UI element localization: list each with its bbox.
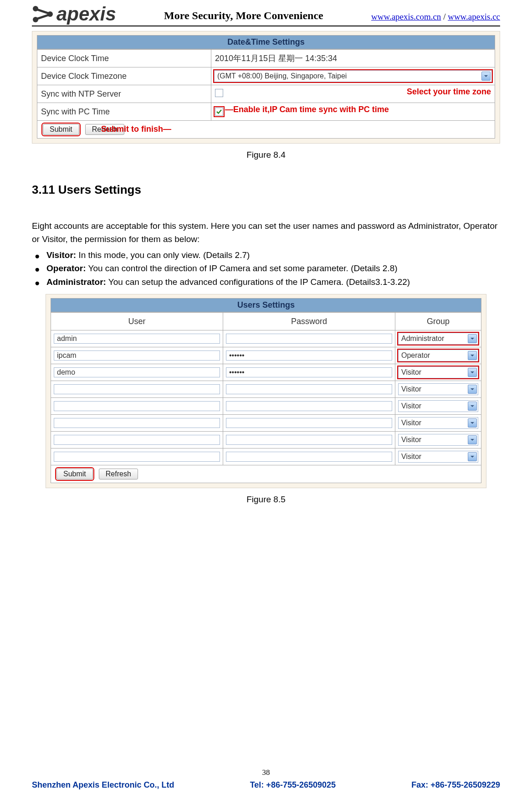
group-select[interactable]: Administrator	[398, 333, 478, 345]
footer-company: Shenzhen Apexis Electronic Co., Ltd	[32, 780, 174, 790]
share-icon	[32, 5, 54, 23]
footer-tel: Tel: +86-755-26509025	[250, 780, 336, 790]
user-row: Visitor	[51, 381, 481, 398]
brand-logo: apexis	[32, 5, 116, 24]
user-input[interactable]	[54, 418, 220, 428]
label-clock-time: Device Clock Time	[37, 50, 211, 67]
page-header: apexis More Security, More Convenience w…	[32, 0, 500, 26]
users-submit-button[interactable]: Submit	[56, 469, 93, 479]
password-input[interactable]	[226, 452, 392, 462]
chevron-down-icon	[468, 435, 477, 444]
users-settings-table: User Password Group adminAdministratorip…	[51, 312, 481, 483]
role-item-operator: Operator: You can control the direction …	[32, 262, 500, 275]
row-clock-time: Device Clock Time 2010年11月15日 星期一 14:35:…	[37, 50, 495, 67]
group-select[interactable]: Visitor	[398, 451, 478, 463]
user-row: Visitor	[51, 448, 481, 465]
users-settings-panel: Users Settings User Password Group admin…	[46, 294, 486, 488]
user-row: Visitor	[51, 432, 481, 448]
user-row: Visitor	[51, 398, 481, 415]
link-apexis-cn[interactable]: www.apexis.com.cn	[371, 12, 441, 21]
roles-list: Visitor: In this mode, you can only view…	[32, 248, 500, 289]
chevron-down-icon	[468, 418, 477, 428]
group-select[interactable]: Visitor	[398, 366, 478, 378]
chevron-down-icon	[468, 402, 477, 411]
group-value: Visitor	[401, 436, 421, 444]
password-input[interactable]	[226, 418, 392, 428]
users-refresh-button[interactable]: Refresh	[99, 469, 138, 479]
user-input[interactable]: demo	[54, 367, 220, 377]
user-input[interactable]	[54, 401, 220, 411]
password-input[interactable]: ••••••	[226, 351, 392, 361]
group-select[interactable]: Visitor	[398, 417, 478, 429]
col-user: User	[51, 313, 223, 330]
col-password: Password	[223, 313, 395, 330]
user-row: ipcam••••••Operator	[51, 347, 481, 364]
datetime-settings-table: Device Clock Time 2010年11月15日 星期一 14:35:…	[37, 49, 495, 139]
group-select[interactable]: Visitor	[398, 434, 478, 446]
password-input[interactable]	[226, 401, 392, 411]
users-panel-title: Users Settings	[51, 298, 481, 312]
chevron-down-icon	[468, 351, 477, 360]
ntp-checkbox[interactable]	[215, 89, 223, 97]
label-timezone: Device Clock Timezone	[37, 67, 211, 85]
group-select[interactable]: Operator	[398, 350, 478, 361]
password-input[interactable]	[226, 334, 392, 344]
group-value: Visitor	[401, 402, 421, 410]
user-input[interactable]	[54, 435, 220, 445]
pc-sync-checkbox[interactable]	[215, 108, 223, 116]
user-row: Visitor	[51, 415, 481, 432]
brand-text: apexis	[56, 5, 116, 24]
page-footer: Shenzhen Apexis Electronic Co., Ltd Tel:…	[32, 780, 500, 790]
user-input[interactable]	[54, 384, 220, 394]
group-select[interactable]: Visitor	[398, 383, 478, 395]
figure-8-4-caption: Figure 8.4	[32, 150, 500, 160]
submit-button[interactable]: Submit	[43, 124, 79, 135]
page-number: 38	[0, 768, 532, 777]
header-links: www.apexis.com.cn / www.apexis.cc	[371, 12, 500, 24]
password-input[interactable]: ••••••	[226, 367, 392, 377]
timezone-select[interactable]: (GMT +08:00) Beijing, Singapore, Taipei	[214, 70, 492, 82]
label-pc-sync: Sync with PC Time	[37, 103, 211, 121]
value-clock-time: 2010年11月15日 星期一 14:35:34	[211, 50, 495, 67]
section-heading: 3.11 Users Settings	[32, 183, 500, 197]
row-ntp: Sync with NTP Server Select your time zo…	[37, 85, 495, 103]
chevron-down-icon	[468, 334, 477, 343]
group-value: Administrator	[401, 335, 444, 343]
link-apexis-cc[interactable]: www.apexis.cc	[448, 12, 500, 21]
chevron-down-icon	[481, 72, 491, 81]
password-input[interactable]	[226, 384, 392, 394]
group-value: Visitor	[401, 385, 421, 393]
row-buttons: Submit to finish— Submit Refresh	[37, 121, 495, 139]
group-value: Visitor	[401, 368, 421, 376]
annot-pc-sync: —Enable it,IP Cam time sync with PC time	[225, 105, 389, 114]
role-item-administrator: Administrator: You can setup the advance…	[32, 275, 500, 289]
timezone-value: (GMT +08:00) Beijing, Singapore, Taipei	[217, 72, 347, 80]
role-item-visitor: Visitor: In this mode, you can only view…	[32, 248, 500, 262]
users-buttons-row: Submit Refresh	[51, 465, 481, 483]
password-input[interactable]	[226, 435, 392, 445]
chevron-down-icon	[468, 452, 477, 461]
user-row: demo••••••Visitor	[51, 364, 481, 381]
annot-submit: Submit to finish—	[101, 124, 171, 134]
user-input[interactable]: ipcam	[54, 351, 220, 361]
datetime-settings-panel: Date&Time Settings Device Clock Time 201…	[32, 31, 500, 144]
user-row: adminAdministrator	[51, 330, 481, 347]
user-input[interactable]: admin	[54, 334, 220, 344]
col-group: Group	[395, 313, 481, 330]
panel-title: Date&Time Settings	[37, 35, 495, 49]
tagline: More Security, More Convenience	[116, 10, 371, 24]
group-value: Visitor	[401, 453, 421, 461]
group-value: Operator	[401, 351, 430, 360]
annot-select-tz: Select your time zone	[407, 87, 491, 97]
chevron-down-icon	[468, 368, 477, 377]
footer-fax: Fax: +86-755-26509229	[411, 780, 500, 790]
chevron-down-icon	[468, 385, 477, 394]
label-ntp: Sync with NTP Server	[37, 85, 211, 103]
group-value: Visitor	[401, 419, 421, 427]
row-pc-sync: Sync with PC Time —Enable it,IP Cam time…	[37, 103, 495, 121]
user-input[interactable]	[54, 452, 220, 462]
figure-8-5-caption: Figure 8.5	[32, 495, 500, 505]
section-intro: Eight accounts are acceptable for this s…	[32, 220, 500, 246]
row-timezone: Device Clock Timezone (GMT +08:00) Beiji…	[37, 67, 495, 85]
group-select[interactable]: Visitor	[398, 400, 478, 412]
